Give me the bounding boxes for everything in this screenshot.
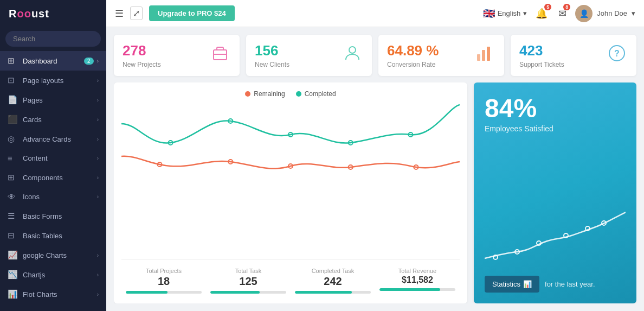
metric-label: Total Revenue <box>379 268 455 274</box>
bar-chart-icon <box>474 42 495 68</box>
satisfaction-percent: 84% <box>485 93 626 123</box>
metrics-row: Total Projects 18 Total Task 125 <box>121 259 460 296</box>
sidebar-item-components[interactable]: ⊞ Components › <box>0 168 106 187</box>
sidebar-item-basic-forms[interactable]: ☰ Basic Forms <box>0 206 106 226</box>
chartjs-icon: 📉 <box>8 270 17 280</box>
messages-button[interactable]: ✉ 8 <box>556 5 569 22</box>
chevron-right-icon: › <box>97 175 99 181</box>
stat-left: 278 New Projects <box>123 42 161 68</box>
notifications-badge: 5 <box>544 4 551 10</box>
sidebar-item-label: Basic Tables <box>23 232 99 240</box>
hamburger-icon[interactable]: ☰ <box>115 8 124 20</box>
sidebar-item-chartjs[interactable]: 📉 Chartjs › <box>0 265 106 284</box>
metric-bar <box>295 291 371 294</box>
google-charts-icon: 📈 <box>8 250 17 260</box>
sidebar-item-label: Dashboard <box>23 57 84 65</box>
page-layouts-icon: ⊡ <box>8 75 17 85</box>
basic-tables-icon: ⊟ <box>8 231 17 240</box>
stats-row: 278 New Projects 156 New Clients <box>114 35 636 76</box>
completed-dot <box>296 91 301 97</box>
stat-value: 156 <box>255 42 289 59</box>
sidebar-item-label: google Charts <box>23 251 97 259</box>
sidebar-item-label: Icons <box>23 193 97 201</box>
language-selector[interactable]: 🇬🇧 English ▾ <box>483 8 527 20</box>
sidebar-item-label: Flot Charts <box>23 290 97 299</box>
chevron-down-icon: ▾ <box>632 9 635 17</box>
legend-remaining: Remaining <box>245 90 285 98</box>
logo: Rooust <box>0 0 106 28</box>
chevron-right-icon: › <box>97 155 99 161</box>
stat-value: 423 <box>519 42 564 59</box>
metric-label: Total Task <box>210 268 286 274</box>
sidebar: Rooust ⊞ Dashboard 2 › ⊡ Page layouts › … <box>0 0 106 311</box>
sidebar-item-label: Chartjs <box>23 271 97 279</box>
header: ☰ ⤢ Upgrade to PRO $24 🇬🇧 English ▾ 🔔 5 … <box>106 0 644 27</box>
stats-btn-label: Statistics <box>492 280 520 288</box>
remaining-dot <box>245 91 250 97</box>
metric-bar <box>379 288 455 291</box>
user-menu[interactable]: 👤 John Doe ▾ <box>575 5 635 22</box>
svg-text:?: ? <box>614 49 620 58</box>
sidebar-item-label: Cards <box>23 116 97 124</box>
advance-cards-icon: ◎ <box>8 134 17 144</box>
avatar: 👤 <box>575 5 593 22</box>
sidebar-item-google-charts[interactable]: 📈 google Charts › <box>0 245 106 265</box>
sidebar-nav: ⊞ Dashboard 2 › ⊡ Page layouts › 📄 Pages… <box>0 51 106 311</box>
sidebar-item-label: Advance Cards <box>23 135 97 143</box>
components-icon: ⊞ <box>8 173 17 182</box>
language-label: English <box>498 9 521 17</box>
svg-rect-3 <box>477 54 480 61</box>
notifications-button[interactable]: 🔔 5 <box>533 5 550 22</box>
metric-value: 125 <box>210 275 286 288</box>
metric-label: Completed Task <box>295 268 371 274</box>
stat-value: 278 <box>123 42 161 59</box>
sidebar-item-icons[interactable]: 👁 Icons › <box>0 187 106 206</box>
messages-badge: 8 <box>563 4 570 10</box>
sidebar-item-label: Components <box>23 174 97 182</box>
chart-icon: 📊 <box>523 280 532 288</box>
sidebar-item-page-layouts[interactable]: ⊡ Page layouts › <box>0 71 106 90</box>
statistics-button[interactable]: Statistics 📊 <box>485 276 539 293</box>
footer-text: for the last year. <box>545 280 595 288</box>
user-name: John Doe <box>597 9 627 17</box>
stat-left: 64.89 % Conversion Rate <box>387 42 439 68</box>
stat-card-tickets: 423 Support Tickets ? <box>511 35 636 76</box>
svg-rect-5 <box>487 47 490 61</box>
sidebar-item-basic-tables[interactable]: ⊟ Basic Tables <box>0 226 106 245</box>
upgrade-button[interactable]: Upgrade to PRO $24 <box>149 5 235 21</box>
metric-fill <box>210 291 260 294</box>
search-input[interactable] <box>5 31 101 47</box>
chevron-right-icon: › <box>97 58 99 64</box>
flag-icon: 🇬🇧 <box>483 8 495 20</box>
chart-card: Remaining Completed <box>114 82 467 303</box>
sidebar-item-content[interactable]: ≡ Content › <box>0 149 106 168</box>
metric-value: 18 <box>126 275 202 288</box>
chevron-right-icon: › <box>97 117 99 123</box>
person-icon <box>342 42 363 68</box>
sidebar-item-dashboard[interactable]: ⊞ Dashboard 2 › <box>0 51 106 71</box>
stat-card-projects: 278 New Projects <box>114 35 240 76</box>
dashboard-badge: 2 <box>84 58 94 65</box>
metric-bar <box>210 291 286 294</box>
stat-label: Support Tickets <box>519 61 564 68</box>
metric-fill <box>379 288 440 291</box>
pages-icon: 📄 <box>8 95 17 105</box>
stat-left: 156 New Clients <box>255 42 289 68</box>
sidebar-item-advance-cards[interactable]: ◎ Advance Cards › <box>0 129 106 149</box>
remaining-label: Remaining <box>254 90 285 98</box>
chevron-right-icon: › <box>97 136 99 142</box>
sidebar-item-label: Page layouts <box>23 77 97 85</box>
chart-area <box>121 102 460 257</box>
chevron-right-icon: › <box>97 97 99 103</box>
stat-value: 64.89 % <box>387 42 439 59</box>
page-content: 278 New Projects 156 New Clients <box>106 27 644 311</box>
sidebar-item-pages[interactable]: 📄 Pages › <box>0 90 106 110</box>
metric-label: Total Projects <box>126 268 202 274</box>
flot-charts-icon: 📊 <box>8 289 17 299</box>
metric-fill <box>126 291 168 294</box>
sidebar-item-cards[interactable]: ⬛ Cards › <box>0 110 106 129</box>
sidebar-item-flot-charts[interactable]: 📊 Flot Charts › <box>0 284 106 304</box>
metric-value: $11,582 <box>379 275 455 285</box>
expand-icon[interactable]: ⤢ <box>130 7 143 20</box>
stat-label: New Clients <box>255 61 289 68</box>
